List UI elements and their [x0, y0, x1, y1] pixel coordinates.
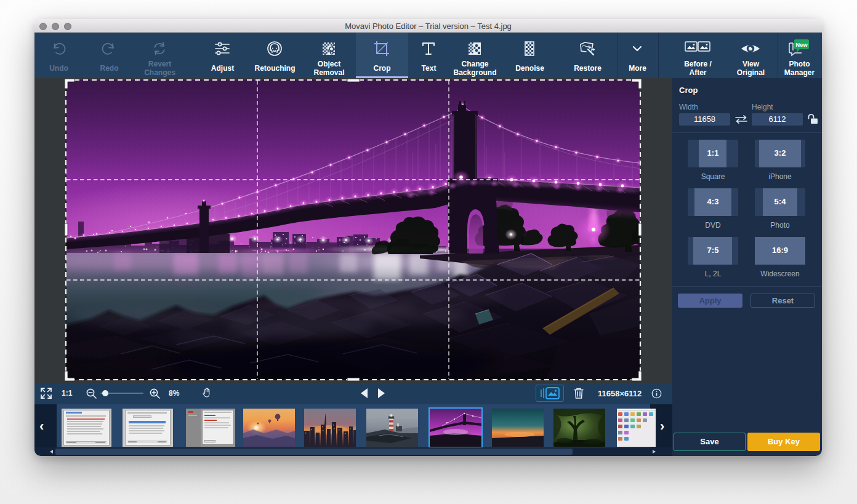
svg-text:New: New: [795, 41, 808, 48]
